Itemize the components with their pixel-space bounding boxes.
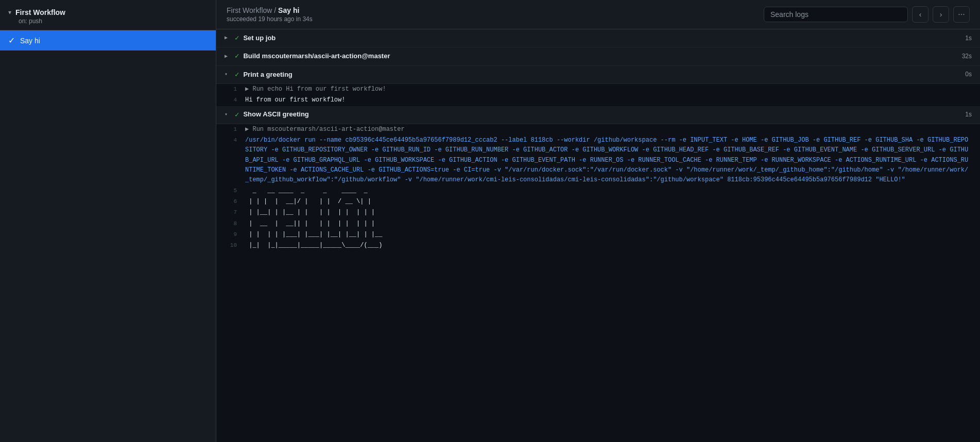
line-content: | __ | __|| | | | | | | | | — [245, 219, 972, 229]
line-content: | | | | __|/ | | | / __ \| | — [245, 197, 972, 207]
breadcrumb-subtitle: succeeded 19 hours ago in 34s — [227, 15, 313, 23]
log-line-inner: 1 ▶ Run mscoutermarsh/ascii-art-action@m… — [225, 124, 972, 135]
search-input-wrapper — [764, 7, 908, 22]
step-duration: 1s — [965, 110, 972, 120]
breadcrumb-workflow: First Workflow — [227, 6, 272, 14]
log-line: 10 |_| |_|_____|_____|_____\____/(___) — [216, 240, 980, 251]
step-check-icon: ✓ — [235, 69, 239, 80]
line-number: 10 — [225, 241, 245, 250]
log-line-inner: 1 ▶ Run echo Hi from our first workflow! — [225, 84, 972, 95]
log-line-inner: 7 | |__| | |__ | | | | | | | | | — [225, 207, 972, 218]
search-input[interactable] — [764, 7, 908, 22]
main-content: First Workflow / Say hi succeeded 19 hou… — [216, 0, 980, 442]
line-number: 1 — [225, 84, 245, 94]
workflow-trigger: on: push — [8, 18, 208, 25]
log-line: 4 /usr/bin/docker run --name cb95396c445… — [216, 135, 980, 185]
log-line-inner: 4 Hi from our first workflow! — [225, 95, 972, 106]
line-content: | |__| | |__ | | | | | | | | | — [245, 208, 972, 217]
more-button[interactable]: ··· — [953, 6, 970, 23]
log-section-show-ascii: 1 ▶ Run mscoutermarsh/ascii-art-action@m… — [216, 124, 980, 251]
workflow-title-row: ▾ First Workflow — [8, 8, 208, 16]
step-name: Set up job — [243, 33, 965, 44]
step-check-icon: ✓ — [235, 32, 239, 44]
log-line: 4 Hi from our first workflow! — [216, 95, 980, 106]
line-content: ▶ Run mscoutermarsh/ascii-art-action@mas… — [245, 125, 972, 134]
log-line-inner: 9 | | | | |___| |___| |__| |__| | |__ — [225, 229, 972, 240]
breadcrumb-path: First Workflow / Say hi — [227, 6, 313, 14]
step-toggle: ▶ — [225, 53, 231, 61]
step-name: Show ASCII greeting — [243, 109, 965, 120]
workflow-name: First Workflow — [15, 8, 65, 16]
log-line: 8 | __ | __|| | | | | | | | | — [216, 218, 980, 229]
step-name: Print a greeting — [243, 70, 965, 80]
jobs-list: ✓Say hi — [0, 30, 216, 50]
workflow-header: ▾ First Workflow on: push — [0, 0, 216, 30]
job-label: Say hi — [20, 37, 40, 45]
log-line-inner: 4 /usr/bin/docker run --name cb95396c445… — [225, 135, 972, 185]
step-check-icon: ✓ — [235, 50, 239, 62]
line-number: 4 — [225, 95, 245, 105]
line-content: Hi from our first workflow! — [245, 95, 972, 105]
log-line: 6 | | | | __|/ | | | / __ \| | — [216, 196, 980, 207]
line-content: | | | | |___| |___| |__| |__| | |__ — [245, 230, 972, 240]
line-number: 6 — [225, 197, 245, 207]
log-line: 5 _ __ ____ _ _ ____ _ — [216, 185, 980, 196]
line-number: 7 — [225, 208, 245, 217]
step-toggle: ▾ — [225, 111, 231, 119]
prev-button[interactable]: ‹ — [912, 6, 929, 23]
log-line: 7 | |__| | |__ | | | | | | | | | — [216, 207, 980, 218]
chevron-down-icon[interactable]: ▾ — [8, 9, 11, 16]
top-bar: First Workflow / Say hi succeeded 19 hou… — [216, 0, 980, 29]
step-duration: 0s — [965, 70, 972, 79]
line-number: 9 — [225, 230, 245, 240]
breadcrumb-job: Say hi — [278, 6, 299, 14]
log-line: 1 ▶ Run echo Hi from our first workflow! — [216, 84, 980, 95]
step-row-setup-job[interactable]: ▶ ✓ Set up job 1s — [216, 29, 980, 47]
step-name: Build mscoutermarsh/ascii-art-action@mas… — [243, 51, 961, 62]
log-line: 1 ▶ Run mscoutermarsh/ascii-art-action@m… — [216, 124, 980, 135]
line-content: ▶ Run echo Hi from our first workflow! — [245, 84, 972, 94]
log-line: 9 | | | | |___| |___| |__| |__| | |__ — [216, 229, 980, 240]
line-number: 8 — [225, 219, 245, 229]
line-content: _ __ ____ _ _ ____ _ — [245, 186, 972, 196]
log-line-inner: 6 | | | | __|/ | | | / __ \| | — [225, 196, 972, 207]
log-line-inner: 5 _ __ ____ _ _ ____ _ — [225, 185, 972, 196]
step-toggle: ▾ — [225, 71, 231, 79]
line-content: /usr/bin/docker run --name cb95396c445ce… — [245, 135, 972, 185]
check-icon: ✓ — [8, 36, 15, 45]
log-section-print-greeting: 1 ▶ Run echo Hi from our first workflow!… — [216, 84, 980, 106]
step-check-icon: ✓ — [235, 109, 239, 121]
line-number: 5 — [225, 186, 245, 196]
sidebar: ▾ First Workflow on: push ✓Say hi — [0, 0, 216, 442]
log-line-inner: 8 | __ | __|| | | | | | | | | — [225, 218, 972, 229]
line-number: 1 — [225, 125, 245, 134]
log-line-inner: 10 |_| |_|_____|_____|_____\____/(___) — [225, 240, 972, 251]
step-duration: 1s — [965, 33, 972, 43]
line-content: |_| |_|_____|_____|_____\____/(___) — [245, 241, 972, 250]
step-row-build[interactable]: ▶ ✓ Build mscoutermarsh/ascii-art-action… — [216, 47, 980, 65]
step-row-print-greeting[interactable]: ▾ ✓ Print a greeting 0s — [216, 66, 980, 84]
job-item-say-hi[interactable]: ✓Say hi — [0, 30, 216, 50]
log-area: ▶ ✓ Set up job 1s ▶ ✓ Build mscoutermars… — [216, 29, 980, 442]
line-number: 4 — [225, 135, 245, 185]
step-duration: 32s — [962, 52, 972, 61]
step-toggle: ▶ — [225, 34, 231, 42]
next-button[interactable]: › — [933, 6, 949, 23]
top-bar-actions: ‹ › ··· — [764, 6, 970, 23]
breadcrumb: First Workflow / Say hi succeeded 19 hou… — [227, 6, 313, 23]
step-row-show-ascii[interactable]: ▾ ✓ Show ASCII greeting 1s — [216, 106, 980, 124]
